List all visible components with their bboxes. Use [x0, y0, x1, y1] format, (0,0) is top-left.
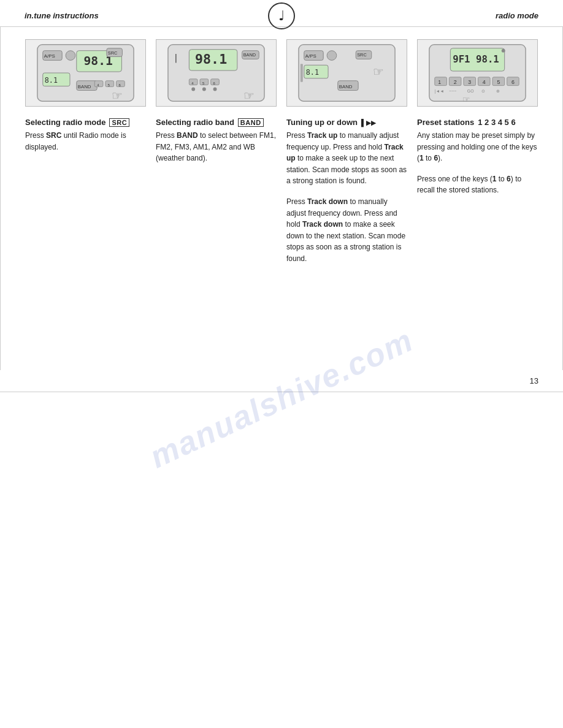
header-center-icon: ♩ — [268, 2, 295, 29]
col-tuning-heading: Tuning up or down — [286, 118, 358, 127]
col-radio-mode-badge: SRC — [109, 118, 129, 127]
col-radio-band-body: Press BAND to select between FM1, FM2, F… — [156, 130, 277, 164]
music-note-icon: ♩ — [278, 8, 285, 24]
header-left-title: in.tune instructions — [25, 11, 99, 20]
page-number: 13 — [0, 370, 563, 392]
col-preset-body-1: Any station may be preset simply by pres… — [417, 130, 538, 164]
header-right-title: radio mode — [496, 11, 538, 20]
svg-text:8.1: 8.1 — [45, 76, 58, 85]
svg-point-7 — [66, 51, 75, 61]
radio-band-svg: | 98.1 BAND 4 5 6 ☞ — [156, 40, 276, 106]
svg-text:4: 4 — [483, 79, 486, 85]
main-content: 98.1 8.1 A/PS SRC BAND 4 5 — [0, 27, 563, 370]
col-tuning-arrows: ▌▶▶ — [361, 119, 376, 127]
svg-rect-46 — [301, 64, 303, 82]
col-radio-band-heading: Selecting radio band — [156, 118, 234, 127]
col-tuning: Tuning up or down ▌▶▶ Press Track up to … — [286, 118, 407, 265]
svg-point-31 — [191, 88, 195, 91]
device-images-row: 98.1 8.1 A/PS SRC BAND 4 5 — [25, 39, 538, 107]
svg-text:A/PS: A/PS — [44, 53, 55, 59]
col-tuning-body-2: Press Track down to manually adjust freq… — [286, 196, 407, 265]
svg-text:⊙: ⊙ — [481, 89, 485, 93]
col-preset-heading: Preset stations — [417, 118, 474, 127]
svg-text:SRC: SRC — [108, 50, 118, 56]
col-radio-band: Selecting radio band BAND Press BAND to … — [156, 118, 277, 265]
device-image-radio-mode: 98.1 8.1 A/PS SRC BAND 4 5 — [25, 39, 146, 107]
col-preset-heading-row: Preset stations 1 2 3 4 5 6 — [417, 118, 538, 127]
svg-text:1: 1 — [438, 79, 441, 85]
svg-text:6: 6 — [511, 79, 515, 85]
svg-text:8.1: 8.1 — [306, 68, 319, 77]
col-radio-mode-heading-row: Selecting radio mode SRC — [25, 118, 146, 127]
col-radio-band-badge: BAND — [238, 118, 264, 127]
svg-text:~~~: ~~~ — [449, 89, 456, 93]
col-radio-band-heading-row: Selecting radio band BAND — [156, 118, 277, 127]
col-radio-mode-heading: Selecting radio mode — [25, 118, 105, 127]
col-preset-body-2: Press one of the keys (1 to 6) to recall… — [417, 173, 538, 196]
device-image-tuning: A/PS SRC 8.1 BAND ☞ — [286, 39, 407, 107]
svg-text:BAND: BAND — [243, 52, 256, 58]
svg-text:☞: ☞ — [373, 65, 384, 78]
svg-text:☞: ☞ — [462, 95, 470, 104]
svg-text:|: | — [174, 53, 178, 63]
device-image-radio-band: | 98.1 BAND 4 5 6 ☞ — [156, 39, 277, 107]
svg-text:⊕: ⊕ — [496, 89, 500, 93]
col-tuning-heading-row: Tuning up or down ▌▶▶ — [286, 118, 407, 127]
svg-text:GO: GO — [467, 89, 474, 93]
svg-point-50 — [502, 49, 505, 53]
page-header: in.tune instructions ♩ radio mode — [0, 0, 563, 27]
svg-point-32 — [202, 88, 206, 91]
svg-point-38 — [327, 51, 337, 61]
svg-text:SRC: SRC — [357, 52, 367, 58]
preset-svg: 9F1 98.1 1 2 3 4 5 6 |◄◄ ~~~ GO — [418, 40, 537, 106]
col-radio-mode-body: Press SRC until Radio mode is displayed. — [25, 130, 146, 153]
col-tuning-body-1: Press Track up to manually adjust freque… — [286, 130, 407, 187]
bottom-area — [0, 392, 563, 728]
svg-text:2: 2 — [454, 79, 457, 85]
svg-point-33 — [213, 88, 217, 91]
svg-text:5: 5 — [497, 79, 500, 85]
text-columns-row: Selecting radio mode SRC Press SRC until… — [25, 118, 538, 265]
svg-text:☞: ☞ — [243, 89, 255, 102]
svg-text:BAND: BAND — [339, 84, 353, 89]
svg-text:98.1: 98.1 — [195, 51, 227, 67]
radio-mode-svg: 98.1 8.1 A/PS SRC BAND 4 5 — [26, 40, 145, 106]
tuning-svg: A/PS SRC 8.1 BAND ☞ — [287, 40, 407, 106]
col-preset: Preset stations 1 2 3 4 5 6 Any station … — [417, 118, 538, 265]
svg-text:A/PS: A/PS — [305, 53, 316, 59]
svg-text:9F1  98.1: 9F1 98.1 — [453, 53, 499, 65]
col-radio-mode: Selecting radio mode SRC Press SRC until… — [25, 118, 146, 265]
music-note-circle: ♩ — [268, 2, 295, 29]
col-preset-numbers: 1 2 3 4 5 6 — [478, 118, 515, 127]
device-image-preset: 9F1 98.1 1 2 3 4 5 6 |◄◄ ~~~ GO — [417, 39, 538, 107]
svg-text:☞: ☞ — [112, 89, 123, 102]
svg-text:BAND: BAND — [78, 84, 91, 89]
svg-text:|◄◄: |◄◄ — [435, 89, 444, 94]
page-number-value: 13 — [530, 376, 538, 385]
svg-text:3: 3 — [468, 79, 471, 85]
